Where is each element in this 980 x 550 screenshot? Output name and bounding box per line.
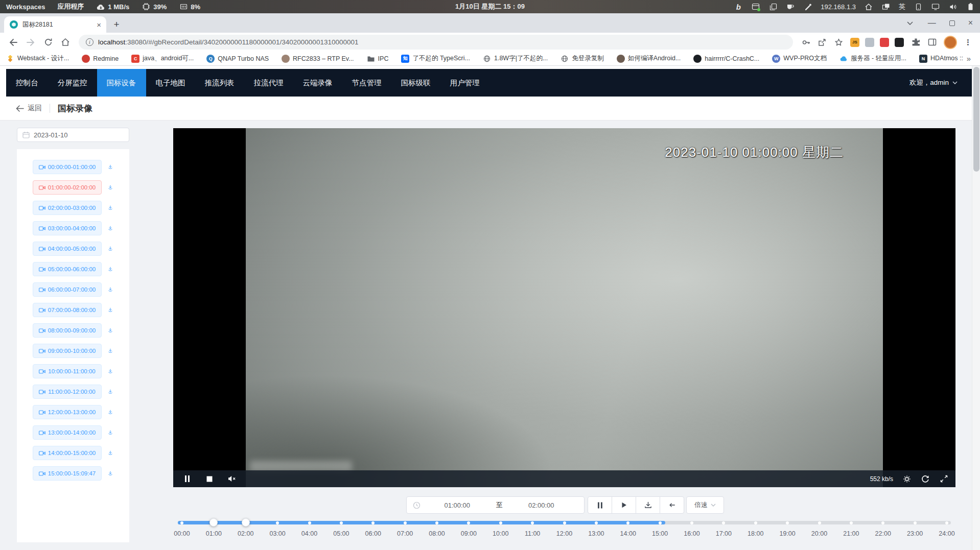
scrollbar-thumb[interactable] [973, 67, 979, 172]
user-menu[interactable]: 欢迎，admin [909, 78, 972, 87]
bookmark-item[interactable]: 服务器 - 轻量应用... [839, 54, 906, 63]
bookmark-item[interactable]: 知了不起的 TypeScri... [401, 54, 470, 63]
extensions-puzzle-icon[interactable] [911, 38, 920, 47]
nav-tab-2[interactable]: 分屏监控 [48, 69, 97, 97]
playback-speed-dropdown[interactable]: 倍速 [686, 496, 724, 514]
side-panel-icon[interactable] [927, 38, 937, 47]
recording-range-button[interactable]: 06:00:00-07:00:00 [33, 282, 102, 297]
recording-range-button[interactable]: 05:00:00-06:00:00 [33, 262, 102, 276]
player-fullscreen-icon[interactable] [939, 474, 948, 484]
bookmark-item[interactable]: 如何编译Android... [617, 54, 681, 63]
recording-range-button[interactable]: 09:00:00-10:00:00 [33, 344, 102, 358]
tab-close-button[interactable]: × [97, 21, 101, 29]
bookmark-item[interactable]: 1.8W字|了不起的... [483, 54, 548, 63]
recording-download-button[interactable] [105, 243, 116, 254]
nav-tab-3[interactable]: 国标设备 [97, 69, 146, 97]
recording-download-button[interactable] [105, 182, 116, 193]
recording-download-button[interactable] [105, 264, 116, 275]
bookmark-item[interactable]: 免登录复制 [561, 54, 604, 63]
skip-back-button[interactable] [660, 496, 684, 514]
bookmark-item[interactable]: Redmine [82, 55, 119, 63]
bookmark-item[interactable]: RFC2833 – RTP Ev... [282, 55, 354, 63]
recording-download-button[interactable] [105, 284, 116, 295]
tray-input-language[interactable]: 英 [899, 2, 905, 11]
recording-download-button[interactable] [105, 325, 116, 336]
bookmark-item[interactable]: QQNAP Turbo NAS [206, 55, 269, 63]
recording-range-button[interactable]: 08:00:00-09:00:00 [33, 323, 102, 338]
nav-tab-5[interactable]: 推流列表 [195, 69, 244, 97]
browser-tab[interactable]: 国标28181 × [4, 16, 106, 33]
recording-download-button[interactable] [105, 386, 116, 397]
player-settings-gear-icon[interactable] [902, 474, 912, 484]
recording-download-button[interactable] [105, 468, 116, 479]
recording-range-button[interactable]: 11:00:00-12:00:00 [33, 385, 102, 399]
password-key-icon[interactable] [801, 38, 810, 47]
tray-home-icon[interactable] [864, 2, 873, 11]
nav-tab-7[interactable]: 云端录像 [293, 69, 342, 97]
end-time-value[interactable]: 02:00:00 [505, 501, 578, 509]
tray-clipboard-icon[interactable] [768, 2, 778, 11]
recording-range-button[interactable]: 07:00:00-08:00:00 [33, 303, 102, 317]
start-time-value[interactable]: 01:00:00 [421, 501, 494, 509]
bookmark-item[interactable]: Cjava、android可... [131, 54, 194, 63]
pause-button[interactable] [588, 496, 612, 514]
recording-range-button[interactable]: 02:00:00-03:00:00 [33, 201, 102, 215]
recording-range-button[interactable]: 15:00:00-15:09:47 [33, 466, 102, 481]
bookmark-item[interactable]: NHDAtmos :: 种子 *... [919, 54, 964, 63]
bookmarks-overflow-button[interactable]: » [964, 54, 974, 63]
back-icon[interactable] [6, 35, 20, 50]
new-tab-button[interactable]: + [110, 18, 123, 31]
applications-button[interactable]: 应用程序 [57, 2, 84, 11]
recording-download-button[interactable] [105, 447, 116, 459]
url-bar[interactable]: i localhost:38080/#/gbRecordDetail/34020… [79, 35, 793, 50]
ext-dark-icon[interactable] [895, 38, 904, 47]
download-button[interactable] [636, 496, 660, 514]
player-mute-icon[interactable] [227, 474, 237, 484]
recording-download-button[interactable] [105, 406, 116, 418]
window-close-button[interactable]: × [968, 18, 973, 28]
recording-range-button[interactable]: 10:00:00-11:00:00 [33, 364, 102, 378]
forward-icon[interactable] [24, 35, 38, 50]
tray-volume-icon[interactable] [948, 2, 958, 11]
recording-range-button[interactable]: 13:00:00-14:00:00 [33, 425, 102, 440]
bookmark-star-icon[interactable] [834, 38, 843, 47]
tray-coffee-icon[interactable] [786, 2, 795, 11]
share-icon[interactable] [818, 38, 827, 47]
recording-range-button[interactable]: 14:00:00-15:00:00 [33, 446, 102, 460]
tab-search-chevron-icon[interactable] [905, 18, 915, 28]
tray-phone-icon[interactable] [914, 2, 923, 11]
ext-red-icon[interactable] [880, 38, 889, 47]
tray-bing-icon[interactable]: b [734, 2, 743, 11]
window-maximize-button[interactable] [949, 20, 955, 26]
nav-tab-8[interactable]: 节点管理 [342, 69, 391, 97]
bookmark-item[interactable]: IPC [367, 55, 389, 63]
recording-download-button[interactable] [105, 427, 116, 438]
player-stop-icon[interactable] [205, 474, 214, 484]
tray-pipette-icon[interactable] [803, 2, 812, 11]
recording-range-button[interactable]: 00:00:00-01:00:00 [33, 160, 102, 174]
player-pause-icon[interactable] [182, 474, 192, 484]
profile-avatar[interactable] [944, 36, 957, 49]
nav-tab-1[interactable]: 控制台 [6, 69, 48, 97]
reload-icon[interactable] [41, 35, 55, 50]
tray-battery-icon[interactable] [966, 2, 975, 11]
nav-tab-4[interactable]: 电子地图 [146, 69, 195, 97]
bookmark-item[interactable]: hairrrrr/C-CrashC... [693, 55, 759, 63]
recording-download-button[interactable] [105, 366, 116, 377]
recording-download-button[interactable] [105, 223, 116, 234]
recording-download-button[interactable] [105, 304, 116, 316]
page-scrollbar[interactable] [972, 66, 980, 550]
tray-display-icon[interactable] [931, 2, 940, 11]
recording-download-button[interactable] [105, 345, 116, 356]
play-button[interactable] [612, 496, 636, 514]
home-icon[interactable] [58, 35, 73, 50]
nav-tab-6[interactable]: 拉流代理 [244, 69, 293, 97]
tray-ip-address[interactable]: 192.168.1.3 [821, 3, 856, 11]
nav-tab-10[interactable]: 用户管理 [440, 69, 489, 97]
nav-tab-9[interactable]: 国标级联 [391, 69, 440, 97]
video-surface[interactable] [246, 128, 883, 487]
tray-app-icon[interactable] [751, 2, 760, 11]
bookmark-item[interactable]: WWVP-PRO文档 [772, 54, 827, 63]
ext-gray-icon[interactable] [865, 38, 874, 47]
browser-menu-icon[interactable]: ⋮ [964, 38, 972, 47]
